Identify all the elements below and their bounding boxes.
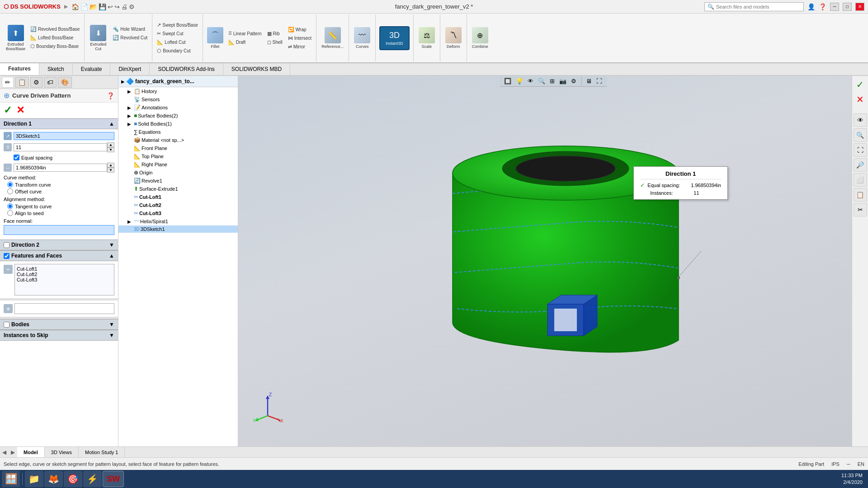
extra-input[interactable] <box>14 303 114 314</box>
ok-button-right[interactable]: ✓ <box>855 78 865 91</box>
vt-zoom-icon[interactable]: 🖥 <box>584 77 594 85</box>
tree-item-surface-bodies[interactable]: ▶ ■ Surface Bodies(2) <box>118 112 238 120</box>
vt-settings-icon[interactable]: ⚙ <box>569 77 578 85</box>
panel-tab-config[interactable]: 🏷 <box>44 77 57 88</box>
tree-item-solid-bodies[interactable]: ▶ ■ Solid Bodies(1) <box>118 120 238 128</box>
tab-features[interactable]: Features <box>0 63 39 75</box>
tree-item-annotations[interactable]: ▶ 📝 Annotations <box>118 103 238 112</box>
search-bar[interactable]: 🔍 <box>704 2 804 11</box>
section-icon[interactable]: ✂ <box>854 203 867 216</box>
linear-pattern-button[interactable]: ⠿Linear Pattern <box>226 30 264 38</box>
bodies-header[interactable]: Bodies ▼ <box>0 319 118 330</box>
vt-orient-icon[interactable]: 🔲 <box>502 77 513 85</box>
shell-button[interactable]: ◻Shell <box>265 38 284 46</box>
minimize-button[interactable]: ─ <box>830 3 839 11</box>
eye-icon[interactable]: 👁 <box>854 113 867 127</box>
pm-ok-button[interactable]: ✓ <box>4 104 12 116</box>
save-icon[interactable]: 💾 <box>99 3 106 10</box>
revolved-cut-button[interactable]: 🔄Revolved Cut <box>111 34 149 42</box>
start-button[interactable]: 🪟 <box>2 471 20 487</box>
viewport[interactable]: 🔲 💡 👁 🔍 ⊞ 📷 ⚙ 🖥 ⛶ <box>238 76 868 446</box>
mirror-button[interactable]: ⇌Mirror <box>286 43 313 51</box>
boundary-bossbase-button[interactable]: ⬡Boundary Boss-Base <box>28 42 81 50</box>
bodies-collapse-icon[interactable]: ▼ <box>109 321 114 328</box>
direction1-header[interactable]: Direction 1 ▲ <box>0 118 118 129</box>
instances-up[interactable]: ▲ <box>107 142 114 147</box>
tree-item-right-plane[interactable]: ▶ 📐 Right Plane <box>118 160 238 169</box>
instances-skip-header[interactable]: Instances to Skip ▼ <box>0 330 118 341</box>
close-button[interactable]: ✕ <box>855 3 864 11</box>
features-faces-checkbox[interactable] <box>4 253 9 259</box>
scale-button[interactable]: ⚖ Scale <box>417 26 436 50</box>
tab-addins[interactable]: SOLIDWORKS Add-Ins <box>150 63 223 75</box>
taskbar-solidworks[interactable]: SW <box>103 471 124 487</box>
vt-fullscreen-icon[interactable]: ⛶ <box>594 77 604 85</box>
btm-tab-motion[interactable]: Motion Study 1 <box>79 447 125 457</box>
wrap-button[interactable]: 🔁Wrap <box>286 26 313 33</box>
features-faces-collapse-icon[interactable]: ▲ <box>109 253 114 259</box>
bodies-checkbox[interactable] <box>4 322 9 328</box>
instances-down[interactable]: ▼ <box>107 147 114 152</box>
combine-button[interactable]: ⊕ Combine <box>471 26 490 50</box>
panel-tab-display[interactable]: 🎨 <box>58 77 72 88</box>
user-icon[interactable]: 👤 <box>807 3 815 10</box>
nav-next[interactable]: ▶ <box>9 448 17 456</box>
curves-button[interactable]: 〰 Curves <box>353 26 372 50</box>
layer-icon[interactable]: 📋 <box>854 188 867 202</box>
tree-item-top-plane[interactable]: ▶ 📐 Top Plane <box>118 152 238 160</box>
vt-display-icon[interactable]: 👁 <box>526 77 535 85</box>
fillet-button[interactable]: ⌒ Fillet <box>206 26 225 50</box>
open-icon[interactable]: 📂 <box>90 3 97 10</box>
tree-item-equations[interactable]: ▶ ∑ Equations <box>118 128 238 136</box>
draft-button[interactable]: 📐Draft <box>226 38 264 46</box>
swept-bossbase-button[interactable]: ↗Swept Boss/Base <box>155 21 199 29</box>
instances-input[interactable] <box>14 143 107 151</box>
btm-tab-model[interactable]: Model <box>17 447 45 457</box>
pm-cancel-button[interactable]: ✕ <box>16 104 24 116</box>
panel-tab-properties[interactable]: ⚙ <box>30 77 42 88</box>
equal-spacing-checkbox[interactable] <box>14 155 19 160</box>
tree-item-origin[interactable]: ▶ ⊕ Origin <box>118 169 238 177</box>
home-icon[interactable]: 🏠 <box>71 3 79 10</box>
display-icon[interactable]: ⬜ <box>854 173 867 187</box>
taskbar-firefox[interactable]: 🦊 <box>44 471 63 487</box>
search-input[interactable] <box>716 4 801 9</box>
transform-curve-radio[interactable] <box>7 182 13 188</box>
options-icon[interactable]: ⚙ <box>129 3 135 10</box>
direction2-header[interactable]: Direction 2 ▼ <box>0 239 118 250</box>
help-icon[interactable]: ❓ <box>819 3 826 10</box>
vt-section-icon[interactable]: ⊞ <box>548 77 557 85</box>
deform-button[interactable]: 〽 Deform <box>444 26 463 50</box>
hide-icon[interactable]: 🔍 <box>854 128 867 142</box>
taskbar-file-manager[interactable]: 📁 <box>25 471 43 487</box>
vt-light-icon[interactable]: 💡 <box>514 77 525 85</box>
undo-icon[interactable]: ↩ <box>108 3 113 10</box>
offset-curve-radio[interactable] <box>7 188 13 194</box>
print-icon[interactable]: 🖨 <box>121 3 127 10</box>
panel-tab-sketch[interactable]: ✏ <box>2 77 14 88</box>
maximize-button[interactable]: □ <box>843 3 852 11</box>
tree-item-history[interactable]: ▶ 📋 History <box>118 87 238 95</box>
face-normal-input[interactable] <box>4 225 114 235</box>
direction2-checkbox[interactable] <box>4 242 9 248</box>
tree-item-sensors[interactable]: ▶ 📡 Sensors <box>118 95 238 103</box>
extruded-cut-button[interactable]: ⬇ ExtrudedCut <box>87 23 109 52</box>
cancel-button-right[interactable]: ✕ <box>855 93 865 106</box>
redo-icon[interactable]: ↪ <box>114 3 120 10</box>
tree-item-3dsketch1[interactable]: ▶ 3D 3DSketch1 <box>118 225 238 233</box>
pm-help-icon[interactable]: ❓ <box>107 92 114 99</box>
panel-tab-features[interactable]: 📋 <box>15 77 29 88</box>
tree-item-cut-loft3[interactable]: ▶ ✂ Cut-Loft3 <box>118 209 238 217</box>
tab-dimxpert[interactable]: DimXpert <box>110 63 150 75</box>
zoom-icon[interactable]: 🔎 <box>854 158 867 172</box>
tree-item-cut-loft1[interactable]: ▶ ✂ Cut-Loft1 <box>118 193 238 201</box>
tangent-to-curve-radio[interactable] <box>7 203 13 209</box>
tree-item-cut-loft2[interactable]: ▶ ✂ Cut-Loft2 <box>118 201 238 209</box>
taskbar-app3[interactable]: 🎯 <box>64 471 82 487</box>
lofted-cut-button[interactable]: 📐Lofted Cut <box>155 38 199 46</box>
align-to-seed-radio[interactable] <box>7 210 13 216</box>
hole-wizard-button[interactable]: 🔩Hole Wizard <box>111 25 149 33</box>
direction2-collapse-icon[interactable]: ▼ <box>109 242 114 248</box>
tree-item-surface-extrude1[interactable]: ▶ ⬆ Surface-Extrude1 <box>118 185 238 193</box>
tree-item-helix-spiral1[interactable]: ▶ 〰 Helix/Spiral1 <box>118 217 238 225</box>
